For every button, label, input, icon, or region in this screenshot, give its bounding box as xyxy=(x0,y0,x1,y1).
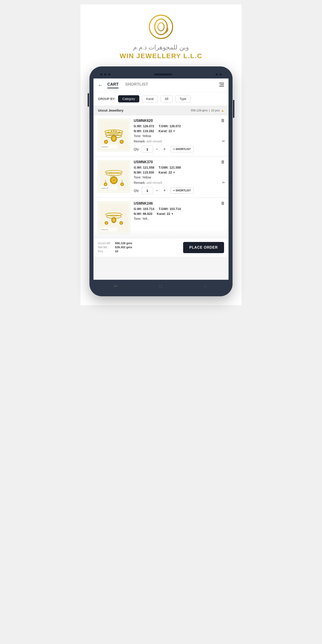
product-code-2: USMNK370 xyxy=(134,160,153,164)
karat-select-2[interactable]: Karat: 22 ▼ xyxy=(158,170,175,174)
fade-overlay xyxy=(94,229,228,238)
partial-card-area: USMNK246 USMNK246 🗑 G.Wt: 103.714 T.GWt:… xyxy=(94,198,228,238)
category-header: Uncut Jewellery 556.128 gms | 10 pcs ▲ xyxy=(94,106,228,115)
qty-decrease-1[interactable]: − xyxy=(154,146,160,153)
remark-label-1: Remark: add remark xyxy=(134,140,162,143)
svg-point-17 xyxy=(111,130,112,132)
product-card-1: USMNK620 USMNK620 🗑 G.Wt: 126.072 T.GWt:… xyxy=(94,115,228,156)
net-wt-row: Net Wt: 529.302 gms xyxy=(98,246,180,249)
qty-control-1: 1 − + xyxy=(142,146,168,153)
product-header-3: USMNK246 🗑 xyxy=(134,201,225,206)
category-name: Uncut Jewellery xyxy=(98,108,124,112)
logo-arabic: وين للمجوهرات ذ.م.م xyxy=(133,44,189,51)
gross-wt-row: Gross Wt: 556.128 gms xyxy=(98,242,180,245)
gwt-label-2: G.Wt: 121.558 xyxy=(134,166,154,169)
gwt-label-3: G.Wt: 103.714 xyxy=(134,207,154,211)
camera-sensor xyxy=(104,73,106,76)
gwt-row-3: G.Wt: 103.714 T.GWt: 103.714 xyxy=(134,207,225,211)
remark-row-2: Remark: add remark ✏ xyxy=(134,180,225,185)
app-header: ← CART SHORTLIST xyxy=(94,78,228,92)
svg-text:USMNK620: USMNK620 xyxy=(101,146,108,148)
product-image-2: W USMNK370 xyxy=(97,160,130,193)
qty-row-1: Qty: 1 − + + SHORTLIST xyxy=(134,146,225,153)
group-by-all[interactable]: All xyxy=(160,95,173,102)
svg-point-43 xyxy=(112,218,115,222)
category-stats: 556.128 gms | 10 pcs ▲ xyxy=(191,109,224,112)
karat-select-1[interactable]: Karat: 22 ▼ xyxy=(158,129,175,133)
nwt-row-2: N.Wt: 115.930 Karat: 22 ▼ xyxy=(134,170,225,174)
group-by-type[interactable]: Type xyxy=(175,95,190,102)
phone-bottom-nav: ↩ □ ← xyxy=(94,280,228,292)
tone-row-1: Tone: Yellow xyxy=(134,134,225,138)
nwt-label-3: N.Wt: 98.820 xyxy=(134,212,152,216)
pcs-row: Pcs: 10 xyxy=(98,250,180,253)
power-button xyxy=(233,100,234,118)
nwt-label-2: N.Wt: 115.930 xyxy=(134,170,154,174)
tab-shortlist[interactable]: SHORTLIST xyxy=(125,82,148,88)
back-nav-icon[interactable]: ↩ xyxy=(114,283,118,289)
svg-text:W: W xyxy=(109,173,114,179)
phone-frame: ← CART SHORTLIST GROUP xyxy=(90,66,232,296)
nwt-row-1: N.Wt: 119.282 Karat: 22 ▼ xyxy=(134,129,225,133)
group-by-category[interactable]: Category xyxy=(118,95,139,102)
group-by-karat[interactable]: Karat xyxy=(142,95,158,102)
shortlist-btn-2[interactable]: + SHORTLIST xyxy=(170,188,194,194)
home-nav-icon[interactable]: □ xyxy=(159,284,162,289)
tgwt-label-2: T.GWt: 121.558 xyxy=(159,166,181,169)
svg-point-45 xyxy=(106,222,107,224)
svg-point-13 xyxy=(105,141,107,143)
footer-stats: Gross Wt: 556.128 gms Net Wt: 529.302 gm… xyxy=(98,242,180,254)
back-button[interactable]: ← xyxy=(98,82,103,88)
tone-row-2: Tone: Yellow xyxy=(134,176,225,179)
category-weight: 556.128 gms xyxy=(191,109,208,112)
qty-value-1: 1 xyxy=(142,146,153,153)
phone-sensors xyxy=(216,73,222,76)
front-camera xyxy=(100,73,110,76)
product-header-2: USMNK370 🗑 xyxy=(134,160,225,164)
shortlist-btn-1[interactable]: + SHORTLIST xyxy=(170,146,194,152)
svg-rect-4 xyxy=(220,84,224,85)
svg-point-11 xyxy=(112,136,116,140)
volume-button xyxy=(88,93,89,107)
edit-remark-icon-1[interactable]: ✏ xyxy=(222,139,225,143)
camera-sensor2 xyxy=(108,73,110,76)
svg-point-19 xyxy=(116,130,117,132)
sensor-2 xyxy=(220,73,222,76)
group-by-section: GROUP BY: Category Karat All Type xyxy=(94,92,228,106)
gwt-row-2: G.Wt: 121.558 T.GWt: 121.558 xyxy=(134,166,225,169)
svg-point-16 xyxy=(108,132,109,133)
svg-point-15 xyxy=(121,141,122,143)
remark-label-2: Remark: add remark xyxy=(134,181,162,184)
phone-inner: ← CART SHORTLIST GROUP xyxy=(94,70,228,292)
app-footer: Gross Wt: 556.128 gms Net Wt: 529.302 gm… xyxy=(94,238,228,257)
group-by-label: GROUP BY: xyxy=(98,97,116,100)
chevron-up-icon[interactable]: ▲ xyxy=(221,109,224,112)
delete-icon-3[interactable]: 🗑 xyxy=(221,201,225,206)
product-card-2: W USMNK370 USMNK370 🗑 G.Wt: 121.558 T.GW xyxy=(94,156,228,197)
karat-select-3[interactable]: Karat: 22 ▼ xyxy=(157,212,174,216)
menu-icon[interactable] xyxy=(219,83,224,88)
app-screen: ← CART SHORTLIST GROUP xyxy=(94,78,228,280)
sensor-1 xyxy=(216,73,218,76)
place-order-button[interactable]: PLACE ORDER xyxy=(183,242,224,253)
qty-label-1: Qty: xyxy=(134,147,140,151)
svg-text:USMNK370: USMNK370 xyxy=(101,188,108,189)
qty-value-2: 1 xyxy=(142,187,153,194)
delete-icon-1[interactable]: 🗑 xyxy=(221,118,225,123)
svg-point-18 xyxy=(113,130,114,132)
gross-wt-label: Gross Wt: xyxy=(98,242,114,245)
qty-control-2: 1 − + xyxy=(142,187,168,194)
delete-icon-2[interactable]: 🗑 xyxy=(221,160,225,164)
net-wt-label: Net Wt: xyxy=(98,246,114,249)
qty-increase-1[interactable]: + xyxy=(161,146,168,153)
product-code-1: USMNK620 xyxy=(134,119,153,123)
camera-lens xyxy=(100,73,102,76)
qty-decrease-2[interactable]: − xyxy=(154,187,160,194)
qty-increase-2[interactable]: + xyxy=(161,187,168,194)
logo-section: وين للمجوهرات ذ.م.م WIN JEWELLERY L.L.C xyxy=(80,4,242,66)
recent-nav-icon[interactable]: ← xyxy=(204,284,208,289)
svg-point-29 xyxy=(113,179,115,181)
qty-label-2: Qty: xyxy=(134,189,140,192)
tab-cart[interactable]: CART xyxy=(107,82,118,88)
edit-remark-icon-2[interactable]: ✏ xyxy=(222,180,225,185)
